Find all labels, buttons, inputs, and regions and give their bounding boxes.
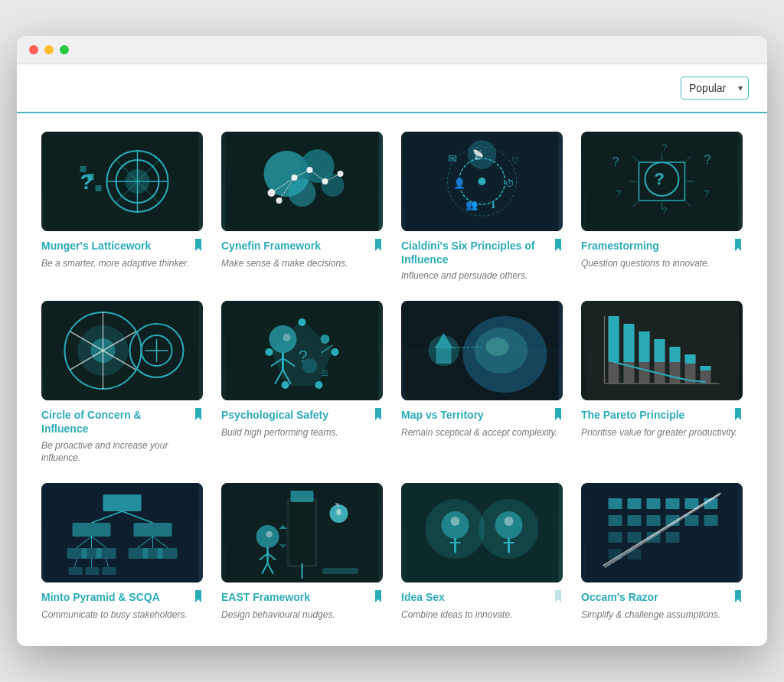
svg-point-29 xyxy=(479,178,486,185)
card-title-framestorming: Framestorming xyxy=(581,239,743,254)
svg-rect-184 xyxy=(666,532,680,543)
card-mungers-latticework[interactable]: ? Munger's Latticework Be a smarter, mor… xyxy=(41,132,203,282)
bookmark-icon-minto-pyramid[interactable] xyxy=(194,590,203,605)
card-title-psychological-safety: Psychological Safety xyxy=(221,408,383,423)
svg-rect-112 xyxy=(685,354,696,364)
svg-point-76 xyxy=(315,381,323,389)
bookmark-icon-occams-razor[interactable] xyxy=(733,590,743,605)
svg-rect-145 xyxy=(291,491,314,502)
svg-text:?: ? xyxy=(655,169,665,188)
svg-point-15 xyxy=(289,179,316,207)
card-title-cynefin-framework: Cynefin Framework xyxy=(221,239,383,254)
svg-rect-171 xyxy=(647,498,661,509)
svg-rect-108 xyxy=(655,339,665,362)
svg-rect-139 xyxy=(86,567,100,575)
svg-text:?: ? xyxy=(616,188,622,199)
card-thumbnail-pareto-principle xyxy=(581,301,743,400)
bookmark-icon-cynefin-framework[interactable] xyxy=(374,239,383,254)
card-desc-pareto-principle: Prioritise value for greater productivit… xyxy=(581,426,743,439)
card-idea-sex[interactable]: Idea Sex Combine ideas to innovate. xyxy=(401,483,563,622)
card-desc-map-vs-territory: Remain sceptical & accept complexity. xyxy=(401,426,563,439)
svg-rect-118 xyxy=(103,494,142,511)
svg-text:?: ? xyxy=(612,155,619,168)
card-desc-occams-razor: Simplify & challenge assumptions. xyxy=(581,609,743,622)
card-thumbnail-cialdinis-six-principles: 📡 ✉ ♡ 👤 ⏱ 👥 ℹ xyxy=(401,132,563,231)
svg-rect-143 xyxy=(289,501,315,565)
svg-rect-102 xyxy=(609,316,619,362)
card-thumbnail-mungers-latticework: ? xyxy=(41,132,203,231)
card-title-map-vs-territory: Map vs Territory xyxy=(401,408,563,423)
svg-text:?: ? xyxy=(80,170,93,194)
card-thumbnail-circle-of-concern xyxy=(41,301,203,400)
bookmark-icon-mungers-latticework[interactable] xyxy=(194,239,203,254)
svg-rect-172 xyxy=(666,498,680,509)
svg-point-75 xyxy=(332,348,339,356)
svg-rect-9 xyxy=(88,174,94,180)
svg-rect-10 xyxy=(80,166,87,172)
sort-select[interactable]: Popular Newest A-Z xyxy=(681,77,749,100)
card-thumbnail-occams-razor xyxy=(581,483,743,582)
card-title-pareto-principle: The Pareto Principle xyxy=(581,408,743,423)
maximize-button[interactable] xyxy=(60,45,69,54)
card-minto-pyramid[interactable]: Minto Pyramid & SCQA Communicate to busy… xyxy=(41,483,203,622)
svg-point-90 xyxy=(302,358,318,374)
svg-text:✉: ✉ xyxy=(448,152,457,165)
card-title-minto-pyramid: Minto Pyramid & SCQA xyxy=(41,590,203,605)
card-desc-minto-pyramid: Communicate to busy stakeholders. xyxy=(41,609,203,622)
bookmark-icon-psychological-safety[interactable] xyxy=(374,408,383,423)
card-pareto-principle[interactable]: The Pareto Principle Prioritise value fo… xyxy=(581,301,743,465)
svg-rect-131 xyxy=(96,548,116,559)
svg-rect-170 xyxy=(628,498,642,509)
minimize-button[interactable] xyxy=(44,45,54,54)
card-title-circle-of-concern: Circle of Concern & Influence xyxy=(41,408,203,436)
svg-text:?: ? xyxy=(704,153,711,166)
card-desc-east-framework: Design behavioural nudges. xyxy=(221,609,383,622)
card-title-mungers-latticework: Munger's Latticework xyxy=(41,239,203,254)
svg-point-74 xyxy=(299,318,306,326)
svg-text:?: ? xyxy=(704,188,710,199)
svg-rect-106 xyxy=(639,331,650,362)
card-thumbnail-map-vs-territory xyxy=(401,301,563,400)
svg-rect-179 xyxy=(685,515,699,526)
svg-rect-110 xyxy=(670,347,681,362)
card-map-vs-territory[interactable]: Map vs Territory Remain sceptical & acce… xyxy=(401,301,563,465)
bookmark-icon-idea-sex[interactable] xyxy=(554,590,563,605)
card-thumbnail-psychological-safety: ? ≡ xyxy=(221,301,383,400)
svg-rect-138 xyxy=(69,567,83,575)
svg-text:♡: ♡ xyxy=(511,155,520,166)
card-cialdinis-six-principles[interactable]: 📡 ✉ ♡ 👤 ⏱ 👥 ℹ Cialdini's Six Principles … xyxy=(401,132,563,282)
content-area: ? Munger's Latticework Be a smarter, mor… xyxy=(17,113,767,646)
bookmark-icon-circle-of-concern[interactable] xyxy=(194,408,203,423)
svg-point-165 xyxy=(505,517,514,526)
card-psychological-safety[interactable]: ? ≡ Psychological Safety Build high perf… xyxy=(221,301,383,465)
svg-rect-169 xyxy=(609,498,622,509)
card-occams-razor[interactable]: Occam's Razor Simplify & challenge assum… xyxy=(581,483,743,622)
svg-rect-182 xyxy=(628,532,642,543)
bookmark-icon-east-framework[interactable] xyxy=(374,590,383,605)
svg-rect-122 xyxy=(134,523,172,537)
svg-rect-134 xyxy=(158,548,178,559)
svg-rect-140 xyxy=(103,567,116,575)
card-desc-circle-of-concern: Be proactive and increase your influence… xyxy=(41,439,203,465)
card-desc-framestorming: Question questions to innovate. xyxy=(581,257,743,270)
bookmark-icon-pareto-principle[interactable] xyxy=(733,408,743,423)
bookmark-icon-map-vs-territory[interactable] xyxy=(554,408,563,423)
card-circle-of-concern[interactable]: Circle of Concern & Influence Be proacti… xyxy=(41,301,203,465)
close-button[interactable] xyxy=(29,45,38,54)
sort-select-wrapper: Popular Newest A-Z xyxy=(681,77,749,100)
toolbar: Popular Newest A-Z xyxy=(17,64,767,113)
bookmark-icon-cialdinis-six-principles[interactable] xyxy=(554,239,563,254)
svg-text:⏱: ⏱ xyxy=(505,178,514,189)
bookmark-icon-framestorming[interactable] xyxy=(733,239,743,254)
card-framestorming[interactable]: ? ? ? ? ? ? ? Framestorming Question que… xyxy=(581,132,743,282)
card-cynefin-framework[interactable]: Cynefin Framework Make sense & make deci… xyxy=(221,132,383,282)
card-thumbnail-idea-sex xyxy=(401,483,563,582)
svg-rect-180 xyxy=(704,515,718,526)
svg-text:👥: 👥 xyxy=(466,198,479,211)
svg-text:ℹ: ℹ xyxy=(492,200,495,210)
card-east-framework[interactable]: EAST Framework Design behavioural nudges… xyxy=(221,483,383,622)
card-title-idea-sex: Idea Sex xyxy=(401,590,563,605)
svg-point-147 xyxy=(266,531,273,537)
card-thumbnail-framestorming: ? ? ? ? ? ? ? xyxy=(581,132,743,231)
svg-rect-154 xyxy=(337,509,341,515)
